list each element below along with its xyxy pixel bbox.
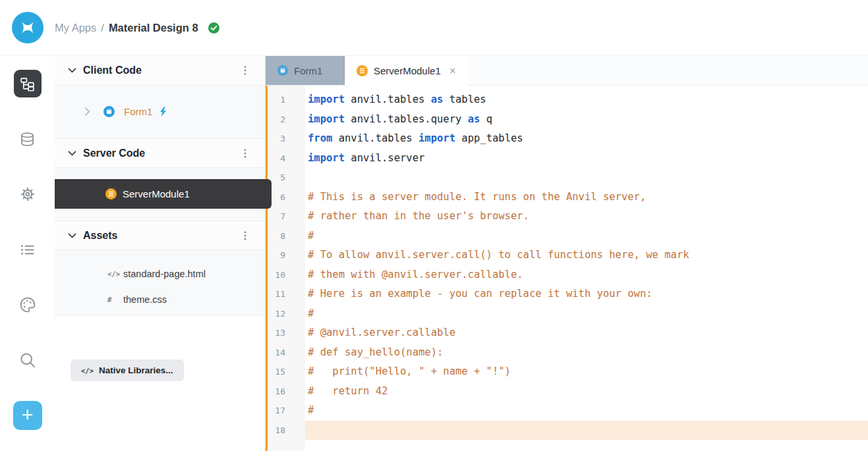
code-text[interactable]: # def say_hello(name): xyxy=(305,343,868,363)
assets-list: </> standard-page.html # theme.css xyxy=(55,250,265,316)
tree-hierarchy-icon xyxy=(20,76,35,92)
section-client-code[interactable]: Client Code ⋮ xyxy=(55,56,265,86)
plus-icon: + xyxy=(22,405,34,425)
code-text[interactable]: # xyxy=(305,304,868,324)
search-button[interactable] xyxy=(19,352,36,369)
code-text[interactable] xyxy=(305,421,868,440)
anvil-logo[interactable] xyxy=(12,12,43,43)
code-line[interactable]: 17# xyxy=(268,401,868,421)
line-number: 4 xyxy=(268,149,305,169)
code-line[interactable]: 7# rather than in the user's browser. xyxy=(268,207,868,226)
app-browser-panel: Client Code ⋮ Form1 xyxy=(55,56,266,451)
code-lines[interactable]: 1import anvil.tables as tables2import an… xyxy=(268,86,868,440)
code-line[interactable]: 14# def say_hello(name): xyxy=(268,343,868,363)
data-tables-icon[interactable] xyxy=(19,131,36,147)
code-line[interactable]: 13# @anvil.server.callable xyxy=(268,323,868,343)
tab-label: ServerModule1 xyxy=(374,65,441,76)
code-text[interactable]: # xyxy=(305,401,868,421)
kebab-menu-icon[interactable]: ⋮ xyxy=(237,147,253,160)
search-icon xyxy=(19,352,36,369)
code-line[interactable]: 12# xyxy=(268,304,868,324)
code-line[interactable]: 6# This is a server module. It runs on t… xyxy=(268,188,868,207)
tree-item-servermodule1-selected[interactable]: ServerModule1 xyxy=(55,179,272,209)
form-item-label: Form1 xyxy=(124,106,152,117)
app-browser-icon[interactable] xyxy=(14,70,42,97)
code-line[interactable]: 10# them with @anvil.server.callable. xyxy=(268,265,868,285)
code-text[interactable]: # @anvil.server.callable xyxy=(305,323,868,343)
check-circle-icon xyxy=(208,22,219,34)
chevron-down-icon xyxy=(68,68,76,73)
native-libraries-button[interactable]: </> Native Libraries... xyxy=(71,359,184,381)
line-number: 15 xyxy=(268,362,305,382)
section-title: Client Code xyxy=(83,65,142,76)
code-line[interactable]: 8# xyxy=(268,226,868,246)
close-tab-icon[interactable]: × xyxy=(449,65,456,76)
tab-form1[interactable]: Form1 xyxy=(266,56,345,85)
add-button[interactable]: + xyxy=(13,401,42,430)
code-text[interactable]: # them with @anvil.server.callable. xyxy=(305,265,868,285)
code-line[interactable]: 16# return 42 xyxy=(268,382,868,402)
anvil-logo-icon xyxy=(18,18,38,38)
line-number: 18 xyxy=(268,421,305,440)
code-text[interactable]: # This is a server module. It runs on th… xyxy=(305,188,868,207)
css-file-icon: # xyxy=(107,296,123,304)
code-line[interactable]: 3from anvil.tables import app_tables xyxy=(268,129,868,149)
tree-item-form1[interactable]: Form1 xyxy=(55,97,265,125)
line-number: 7 xyxy=(268,207,305,226)
code-editor[interactable]: 1import anvil.tables as tables2import an… xyxy=(266,86,868,451)
line-number: 1 xyxy=(268,90,305,110)
breadcrumb-my-apps[interactable]: My Apps xyxy=(55,22,96,34)
database-icon xyxy=(19,131,36,147)
code-line[interactable]: 5 xyxy=(268,168,868,188)
published-status-badge[interactable] xyxy=(208,22,219,34)
section-title: Server Code xyxy=(83,147,145,159)
code-line[interactable]: 1import anvil.tables as tables xyxy=(268,90,868,110)
server-code-list: ServerModule1 xyxy=(55,168,265,221)
code-text[interactable]: # return 42 xyxy=(305,382,868,402)
settings-icon[interactable] xyxy=(19,186,36,203)
code-line[interactable]: 18 xyxy=(268,421,868,440)
breadcrumb-separator: / xyxy=(101,22,104,34)
code-text[interactable]: import anvil.tables as tables xyxy=(305,90,868,110)
line-number: 13 xyxy=(268,323,305,343)
line-number: 8 xyxy=(268,226,305,246)
section-server-code[interactable]: Server Code ⋮ xyxy=(55,138,265,168)
code-text[interactable]: from anvil.tables import app_tables xyxy=(305,129,868,149)
app-name[interactable]: Material Design 8 xyxy=(109,22,198,34)
code-text[interactable]: # xyxy=(305,226,868,246)
panel-bottom: </> Native Libraries... xyxy=(55,316,265,451)
chevron-right-icon[interactable] xyxy=(85,107,90,116)
line-number: 5 xyxy=(268,168,305,188)
line-number: 11 xyxy=(268,284,305,304)
line-number: 6 xyxy=(268,188,305,207)
line-number: 17 xyxy=(268,401,305,421)
breadcrumb: My Apps / Material Design 8 xyxy=(55,22,219,34)
kebab-menu-icon[interactable]: ⋮ xyxy=(237,229,253,242)
code-line[interactable]: 15# print("Hello, " + name + "!") xyxy=(268,362,868,382)
asset-item-theme-css[interactable]: # theme.css xyxy=(55,286,265,312)
kebab-menu-icon[interactable]: ⋮ xyxy=(237,64,253,77)
section-assets[interactable]: Assets ⋮ xyxy=(55,221,265,250)
server-module-icon xyxy=(357,65,368,76)
line-number: 9 xyxy=(268,246,305,265)
code-text[interactable]: # Here is an example - you can replace i… xyxy=(305,284,868,304)
app-logs-icon[interactable] xyxy=(19,242,36,258)
tab-servermodule1[interactable]: ServerModule1 × xyxy=(345,56,468,85)
asset-item-standard-page[interactable]: </> standard-page.html xyxy=(55,261,265,286)
code-line[interactable]: 2import anvil.tables.query as q xyxy=(268,110,868,130)
theme-icon[interactable] xyxy=(19,296,36,313)
code-text[interactable]: # print("Hello, " + name + "!") xyxy=(305,362,868,382)
code-text[interactable]: # rather than in the user's browser. xyxy=(305,207,868,226)
form-icon xyxy=(277,65,288,76)
code-line[interactable]: 9# To allow anvil.server.call() to call … xyxy=(268,246,868,265)
code-line[interactable]: 4import anvil.server xyxy=(268,149,868,169)
code-text[interactable]: import anvil.tables.query as q xyxy=(305,110,868,130)
gear-icon xyxy=(19,186,36,203)
code-text[interactable] xyxy=(305,168,868,188)
code-line[interactable]: 11# Here is an example - you can replace… xyxy=(268,284,868,304)
code-text[interactable]: # To allow anvil.server.call() to call f… xyxy=(305,246,868,265)
code-text[interactable]: import anvil.server xyxy=(305,149,868,169)
server-module-icon xyxy=(105,188,117,199)
tab-label: Form1 xyxy=(294,65,322,76)
server-module-label: ServerModule1 xyxy=(123,188,190,199)
